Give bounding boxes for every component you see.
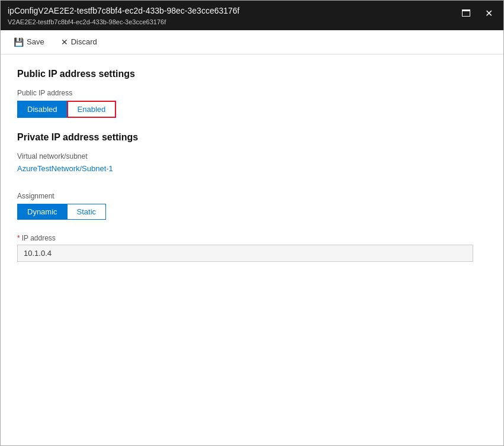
ip-address-label: *IP address: [17, 234, 487, 242]
discard-button[interactable]: ✕ Discard: [57, 35, 101, 49]
title-bar: ipConfigV2AE2E2-testfb7c8bf4-ec2d-433b-9…: [1, 1, 503, 30]
static-button[interactable]: Static: [67, 204, 107, 220]
subnet-label: Virtual network/subnet: [17, 152, 487, 161]
content-area: Public IP address settings Public IP add…: [1, 54, 503, 445]
discard-label: Discard: [71, 37, 97, 46]
title-bar-left: ipConfigV2AE2E2-testfb7c8bf4-ec2d-433b-9…: [8, 5, 240, 25]
toolbar: 💾 Save ✕ Discard: [1, 30, 503, 54]
public-ip-field-label: Public IP address: [17, 89, 487, 97]
ip-address-field: *IP address: [17, 234, 487, 262]
disabled-button[interactable]: Disabled: [17, 101, 67, 118]
private-ip-section: Private IP address settings Virtual netw…: [17, 132, 487, 262]
subnet-field: Virtual network/subnet AzureTestNetwork/…: [17, 152, 487, 182]
subnet-link[interactable]: AzureTestNetwork/Subnet-1: [17, 164, 113, 173]
save-button[interactable]: 💾 Save: [10, 35, 48, 49]
assignment-field: Assignment Dynamic Static: [17, 192, 487, 220]
window-subtitle: V2AE2E2-testfb7c8bf4-ec2d-433b-98ec-3e3c…: [8, 18, 240, 25]
dynamic-button[interactable]: Dynamic: [17, 204, 67, 220]
ip-address-input[interactable]: [17, 245, 473, 262]
window-title: ipConfigV2AE2E2-testfb7c8bf4-ec2d-433b-9…: [8, 5, 240, 17]
discard-icon: ✕: [61, 37, 68, 47]
close-button[interactable]: ✕: [481, 8, 496, 20]
window-controls: 🗖 ✕: [458, 8, 496, 20]
main-window: ipConfigV2AE2E2-testfb7c8bf4-ec2d-433b-9…: [0, 0, 504, 446]
public-ip-toggle-group: Disabled Enabled: [17, 101, 487, 118]
save-icon: 💾: [14, 37, 24, 47]
assignment-label: Assignment: [17, 192, 487, 200]
save-label: Save: [27, 37, 44, 46]
public-ip-title: Public IP address settings: [17, 69, 487, 79]
minimize-button[interactable]: 🗖: [458, 8, 474, 20]
ip-label-text: IP address: [22, 234, 56, 242]
required-star: *: [17, 234, 20, 242]
public-ip-section: Public IP address settings Public IP add…: [17, 69, 487, 118]
assignment-toggle-group: Dynamic Static: [17, 204, 487, 220]
enabled-button[interactable]: Enabled: [67, 101, 117, 118]
private-ip-title: Private IP address settings: [17, 132, 487, 143]
